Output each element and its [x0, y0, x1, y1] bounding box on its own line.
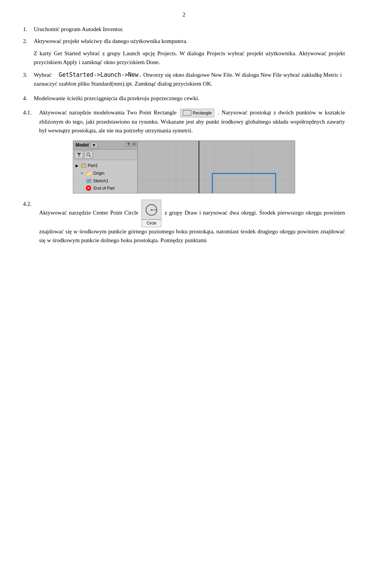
- item-4-text: Modelowanie ścieżki przeciągnięcia dla p…: [34, 94, 199, 103]
- model-tree: ▶ Part1 + 📁 Origin: [73, 160, 137, 193]
- list-item-3: 3. Wybrać GetStarted->Launch->New. Otwor…: [23, 71, 345, 89]
- item-42-number: 4.2.: [23, 200, 39, 245]
- origin-expander: +: [81, 171, 85, 175]
- circle-tool-icon-wrapper: Circle: [141, 200, 161, 227]
- origin-folder-icon: 📁: [86, 170, 92, 176]
- tree-item-sketch1[interactable]: Sketch1: [74, 177, 136, 185]
- rect-tool-label: Rectangle: [193, 110, 212, 116]
- sketch1-label: Sketch1: [93, 178, 108, 183]
- list-item-1: 1. Uruchomić program Autodek Inventor.: [23, 25, 345, 34]
- tree-item-part1[interactable]: ▶ Part1: [74, 162, 136, 169]
- tree-item-origin[interactable]: + 📁 Origin: [74, 169, 136, 177]
- part1-icon: [80, 162, 87, 168]
- svg-rect-4: [82, 163, 84, 165]
- list-item-4: 4. Modelowanie ścieżki przeciągnięcia dl…: [23, 94, 345, 103]
- part1-expander: ▶: [76, 164, 79, 168]
- svg-rect-9: [138, 141, 295, 193]
- item-1-number: 1.: [23, 25, 34, 34]
- cad-screenshot: Model ▼ ? × ▶: [73, 140, 295, 193]
- circle-tool-label: Circle: [141, 220, 161, 227]
- eop-expander: [81, 186, 85, 190]
- grid-svg: [138, 141, 295, 193]
- item-4-number: 4.: [23, 94, 34, 103]
- model-help-button[interactable]: ?: [126, 142, 131, 147]
- item-41-content: Aktywować narzędzie modelowania Two Poin…: [39, 108, 345, 135]
- z-karty-paragraph: Z karty Get Started wybrać z grupy Launc…: [34, 49, 345, 67]
- model-title-text: Model: [76, 142, 89, 148]
- model-panel: Model ▼ ? × ▶: [73, 141, 138, 193]
- eop-error-icon: ✕: [86, 185, 91, 191]
- eop-label: End of Part: [94, 186, 115, 190]
- model-toolbar: [73, 150, 137, 160]
- rectangle-tool-icon: Rectangle: [180, 109, 215, 117]
- circle-tool-img: [141, 200, 161, 220]
- page-number: 2: [23, 12, 345, 18]
- item-3-text: Wybrać GetStarted->Launch->New. Otworzy …: [34, 71, 345, 89]
- list-item-2: 2. Aktywować projekt właściwy dla danego…: [23, 37, 345, 46]
- search-button[interactable]: [84, 151, 93, 159]
- item-1-text: Uruchomić program Autodek Inventor.: [34, 25, 123, 34]
- sketch1-icon: [86, 178, 92, 184]
- item-2-number: 2.: [23, 37, 34, 46]
- model-dropdown-arrow[interactable]: ▼: [90, 142, 98, 148]
- origin-label: Origin: [93, 171, 104, 175]
- svg-marker-0: [77, 153, 81, 157]
- model-close-button[interactable]: ×: [132, 142, 136, 146]
- list-item-42: 4.2. Aktywować narzędzie Center Point Ci…: [23, 200, 345, 245]
- part1-label: Part1: [88, 163, 98, 168]
- filter-button[interactable]: [75, 151, 83, 159]
- item-2-text: Aktywować projekt właściwy dla danego uż…: [34, 37, 187, 46]
- item-3-number: 3.: [23, 71, 34, 89]
- svg-point-1: [87, 153, 90, 156]
- tree-item-eop[interactable]: ✕ End of Part: [74, 185, 136, 192]
- list-item-41: 4.1. Aktywować narzędzie modelowania Two…: [23, 108, 345, 135]
- item-41-number: 4.1.: [23, 108, 39, 135]
- sketch1-expander: [81, 179, 85, 183]
- svg-line-2: [89, 155, 91, 157]
- rect-icon-shape: [183, 110, 191, 116]
- cad-canvas: [138, 141, 295, 193]
- item-42-content: Aktywować narzędzie Center Point Circle …: [39, 200, 345, 245]
